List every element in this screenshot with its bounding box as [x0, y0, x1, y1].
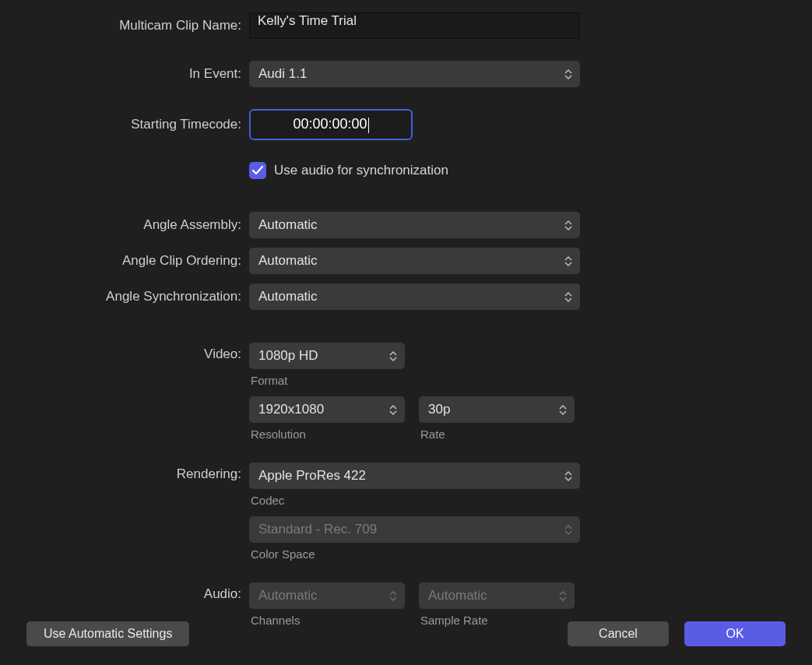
starting-timecode-input[interactable]: 00:00:00:00 [249, 109, 413, 140]
video-resolution-value: 1920x1080 [258, 402, 324, 417]
chevron-updown-icon [564, 471, 572, 481]
video-format-dropdown[interactable]: 1080p HD [249, 343, 405, 369]
audio-channels-dropdown: Automatic [249, 582, 405, 609]
in-event-dropdown[interactable]: Audi 1.1 [249, 61, 580, 87]
label-in-event: In Event: [0, 62, 249, 86]
rendering-colorspace-value: Standard - Rec. 709 [258, 522, 377, 537]
label-video: Video: [0, 343, 249, 366]
chevron-updown-icon [564, 525, 572, 535]
label-multicam-name: Multicam Clip Name: [0, 14, 249, 37]
chevron-updown-icon [564, 292, 572, 302]
label-angle-sync: Angle Synchronization: [0, 285, 249, 308]
audio-channels-value: Automatic [258, 588, 318, 603]
cancel-button[interactable]: Cancel [568, 621, 669, 646]
sublabel-codec: Codec [249, 494, 580, 507]
starting-timecode-value: 00:00:00:00 [293, 116, 368, 132]
audio-samplerate-dropdown: Automatic [419, 582, 575, 609]
in-event-value: Audi 1.1 [258, 66, 307, 82]
sublabel-colorspace: Color Space [249, 547, 580, 561]
use-audio-sync-label: Use audio for synchronization [274, 163, 448, 178]
angle-assembly-dropdown[interactable]: Automatic [249, 212, 580, 238]
use-automatic-settings-button[interactable]: Use Automatic Settings [26, 621, 189, 646]
use-audio-sync-checkbox[interactable] [249, 162, 266, 179]
video-format-value: 1080p HD [258, 348, 318, 364]
chevron-updown-icon [559, 591, 567, 601]
chevron-updown-icon [564, 69, 572, 79]
chevron-updown-icon [564, 220, 572, 230]
video-resolution-dropdown[interactable]: 1920x1080 [249, 396, 405, 423]
sublabel-format: Format [249, 374, 405, 387]
audio-samplerate-value: Automatic [428, 588, 487, 603]
rendering-codec-value: Apple ProRes 422 [258, 468, 366, 484]
rendering-colorspace-dropdown: Standard - Rec. 709 [249, 516, 580, 543]
angle-clip-ordering-dropdown[interactable]: Automatic [249, 248, 580, 274]
rendering-codec-dropdown[interactable]: Apple ProRes 422 [249, 463, 580, 489]
angle-assembly-value: Automatic [258, 217, 318, 233]
video-rate-value: 30p [428, 402, 450, 417]
chevron-updown-icon [564, 256, 572, 266]
sublabel-resolution: Resolution [249, 428, 405, 441]
video-rate-dropdown[interactable]: 30p [419, 396, 575, 423]
angle-sync-dropdown[interactable]: Automatic [249, 283, 580, 310]
label-audio: Audio: [0, 582, 249, 606]
angle-sync-value: Automatic [258, 289, 318, 304]
label-starting-timecode: Starting Timecode: [0, 113, 249, 136]
chevron-updown-icon [389, 405, 397, 415]
ok-button[interactable]: OK [684, 621, 786, 646]
chevron-updown-icon [559, 405, 567, 415]
chevron-updown-icon [389, 351, 397, 361]
label-angle-assembly: Angle Assembly: [0, 213, 249, 237]
multicam-name-input[interactable]: Kelly's Time Trial [249, 12, 580, 39]
label-angle-clip-ordering: Angle Clip Ordering: [0, 249, 249, 273]
angle-clip-ordering-value: Automatic [258, 253, 318, 269]
label-rendering: Rendering: [0, 463, 249, 486]
sublabel-rate: Rate [419, 428, 575, 441]
chevron-updown-icon [389, 591, 397, 601]
